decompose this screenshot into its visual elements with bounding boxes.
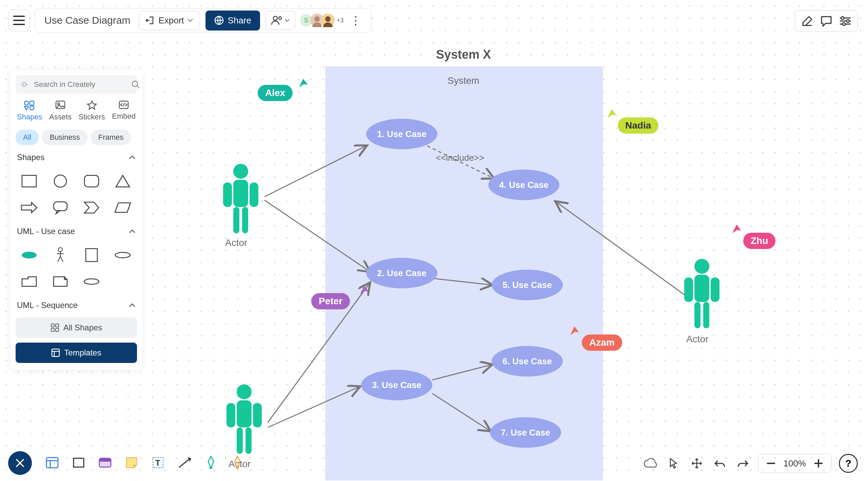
svg-point-49 — [58, 248, 62, 252]
svg-rect-44 — [22, 175, 36, 187]
tool-rect[interactable] — [71, 455, 87, 471]
globe-icon — [214, 16, 224, 25]
hamburger-icon — [13, 16, 25, 25]
cloud-sync[interactable] — [643, 456, 658, 471]
svg-rect-57 — [52, 349, 59, 357]
grid-icon — [51, 323, 59, 332]
collaborator-avatars[interactable]: S +3 — [302, 14, 344, 27]
share-button[interactable]: Share — [205, 11, 260, 31]
export-button[interactable]: Export — [139, 11, 200, 30]
svg-rect-68 — [814, 463, 823, 464]
tool-connector[interactable] — [176, 455, 193, 471]
tool-highlighter[interactable] — [229, 455, 245, 471]
settings-button[interactable] — [836, 12, 855, 31]
all-shapes-button[interactable]: All Shapes — [16, 318, 137, 338]
filter-frames[interactable]: Frames — [91, 130, 131, 145]
invite-button[interactable] — [265, 11, 295, 30]
shape-arrow[interactable] — [17, 197, 41, 218]
toolbar-main: Use Case Diagram Export Share S +3 ⋮ — [35, 8, 371, 33]
svg-rect-54 — [56, 324, 59, 327]
menu-button[interactable] — [8, 9, 30, 31]
tool-text[interactable]: T — [150, 455, 166, 471]
cursor-tool[interactable] — [666, 456, 682, 471]
shape-ellipse-outline-2[interactable] — [79, 271, 104, 292]
svg-point-35 — [847, 20, 849, 22]
zoom-out[interactable] — [763, 456, 779, 471]
svg-rect-56 — [56, 328, 59, 331]
redo-button[interactable] — [735, 456, 751, 471]
shape-actor-stick[interactable] — [48, 245, 73, 265]
chevron-down-icon — [188, 19, 193, 22]
chevron-up-icon — [129, 155, 136, 159]
zoom-in[interactable] — [811, 456, 826, 471]
filter-business[interactable]: Business — [42, 130, 87, 145]
shape-boundary-rect[interactable] — [79, 245, 104, 265]
undo-button[interactable] — [712, 456, 728, 471]
svg-point-36 — [843, 23, 845, 25]
svg-point-37 — [132, 81, 138, 86]
svg-point-31 — [314, 16, 320, 22]
pan-tool[interactable] — [689, 456, 705, 471]
svg-rect-39 — [30, 101, 34, 105]
share-label: Share — [228, 15, 251, 26]
sliders-icon — [839, 16, 851, 26]
tab-stickers[interactable]: Stickers — [79, 100, 105, 121]
comment-icon — [820, 15, 832, 27]
shape-chevron[interactable] — [79, 197, 104, 218]
close-panel-fab[interactable] — [8, 451, 32, 475]
filter-all[interactable]: All — [16, 130, 39, 145]
zoom-controls: 100% — [758, 454, 832, 473]
section-uml-sequence[interactable]: UML - Sequence — [16, 298, 137, 313]
tab-shapes[interactable]: Shapes — [17, 100, 42, 121]
svg-rect-65 — [236, 467, 239, 469]
shape-triangle[interactable] — [111, 171, 135, 191]
search-input[interactable] — [34, 80, 127, 89]
shape-circle[interactable] — [48, 171, 73, 191]
svg-rect-47 — [54, 202, 67, 211]
svg-rect-61 — [99, 458, 111, 462]
search-box[interactable] — [16, 75, 137, 94]
tool-pen[interactable] — [203, 455, 219, 471]
empty-cell — [111, 271, 135, 292]
help-button[interactable]: ? — [839, 454, 858, 473]
svg-point-38 — [24, 101, 28, 105]
tool-card[interactable] — [97, 455, 113, 471]
avatar-more[interactable]: +3 — [337, 17, 344, 24]
svg-rect-55 — [51, 328, 54, 331]
document-title[interactable]: Use Case Diagram — [38, 15, 136, 26]
top-toolbar: Use Case Diagram Export Share S +3 ⋮ — [8, 8, 371, 33]
svg-rect-64 — [210, 467, 212, 469]
tool-sticky[interactable] — [123, 455, 140, 471]
bottom-right-controls: 100% ? — [643, 454, 858, 473]
shape-callout[interactable] — [48, 197, 73, 218]
section-uml-usecase[interactable]: UML - Use case — [16, 224, 137, 239]
export-icon — [146, 16, 155, 25]
shape-note[interactable] — [48, 271, 73, 292]
svg-text:T: T — [155, 458, 160, 467]
shape-package[interactable] — [17, 271, 41, 292]
edit-button[interactable] — [798, 12, 817, 31]
star-icon — [87, 100, 97, 110]
tool-frame[interactable] — [44, 455, 60, 471]
comment-button[interactable] — [817, 12, 836, 31]
shape-rect[interactable] — [17, 171, 41, 191]
people-icon — [271, 15, 283, 25]
image-icon — [55, 100, 65, 110]
avatar-3[interactable] — [321, 14, 335, 27]
more-menu[interactable]: ⋮ — [344, 14, 368, 27]
shape-usecase-ellipse[interactable] — [17, 245, 41, 265]
shape-ellipse-outline[interactable] — [111, 245, 135, 265]
shape-rounded[interactable] — [79, 171, 104, 191]
bottom-tools: T — [44, 455, 245, 471]
tab-assets[interactable]: Assets — [49, 100, 72, 121]
panel-tabs: Shapes Assets Stickers Embed — [16, 98, 137, 125]
svg-point-45 — [54, 175, 66, 187]
tab-embed[interactable]: Embed — [112, 100, 136, 121]
basic-shapes-grid — [16, 170, 137, 219]
svg-point-51 — [115, 252, 130, 258]
shape-parallelogram[interactable] — [111, 197, 135, 218]
section-shapes[interactable]: Shapes — [16, 150, 137, 165]
chevron-up-icon — [129, 229, 136, 233]
templates-button[interactable]: Templates — [16, 343, 137, 363]
zoom-level[interactable]: 100% — [784, 458, 806, 469]
